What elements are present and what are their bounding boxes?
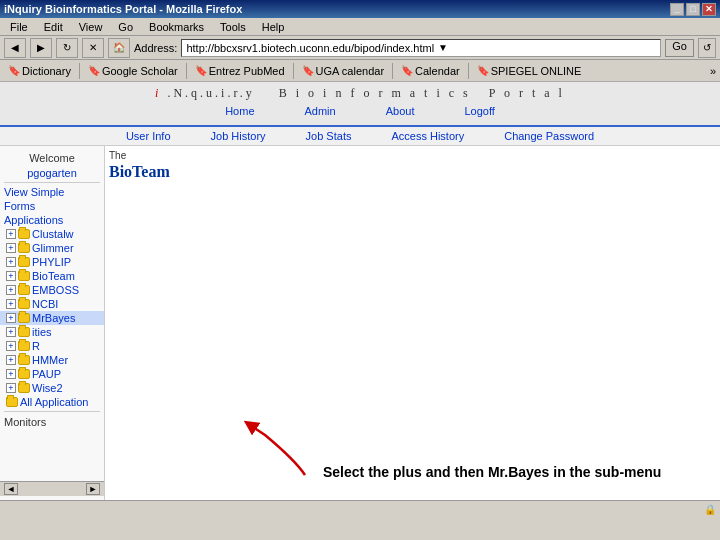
sidebar-label-ncbi: NCBI bbox=[32, 298, 58, 310]
plus-icon-mrbayes[interactable]: + bbox=[6, 313, 16, 323]
plus-icon-wise2[interactable]: + bbox=[6, 383, 16, 393]
folder-icon-r bbox=[18, 340, 30, 352]
sidebar-label-all-application: All Application bbox=[20, 396, 89, 408]
plus-icon-ncbi[interactable]: + bbox=[6, 299, 16, 309]
refresh-icon[interactable]: ↺ bbox=[698, 38, 716, 58]
close-button[interactable]: ✕ bbox=[702, 3, 716, 16]
sidebar-item-paup[interactable]: + PAUP bbox=[0, 367, 104, 381]
reload-button[interactable]: ↻ bbox=[56, 38, 78, 58]
window-title: iNquiry Bioinformatics Portal - Mozilla … bbox=[4, 3, 242, 15]
sidebar-item-all-application[interactable]: All Application bbox=[0, 395, 104, 409]
sidebar-scroll-area[interactable]: Welcome pgogarten View Simple Forms Appl… bbox=[0, 150, 104, 481]
bookmark-spiegel[interactable]: 🔖 SPIEGEL ONLINE bbox=[473, 64, 586, 78]
sidebar-item-ncbi[interactable]: + NCBI bbox=[0, 297, 104, 311]
bookmark-uga[interactable]: 🔖 UGA calendar bbox=[298, 64, 388, 78]
separator4 bbox=[392, 63, 393, 79]
status-bar: 🔒 bbox=[0, 500, 720, 518]
sidebar-item-r[interactable]: + R bbox=[0, 339, 104, 353]
bookmark-entrez[interactable]: 🔖 Entrez PubMed bbox=[191, 64, 289, 78]
window-controls: _ □ ✕ bbox=[670, 3, 716, 16]
inquiry-i: i bbox=[155, 86, 161, 100]
menu-go[interactable]: Go bbox=[112, 20, 139, 34]
sidebar-item-wise2[interactable]: + Wise2 bbox=[0, 381, 104, 395]
sidebar-scroll-right[interactable]: ► bbox=[86, 483, 100, 495]
bookmark-dictionary[interactable]: 🔖 Dictionary bbox=[4, 64, 75, 78]
menu-bookmarks[interactable]: Bookmarks bbox=[143, 20, 210, 34]
sidebar-item-mrbayes[interactable]: + MrBayes bbox=[0, 311, 104, 325]
plus-icon-paup[interactable]: + bbox=[6, 369, 16, 379]
bookmark-google-scholar[interactable]: 🔖 Google Scholar bbox=[84, 64, 182, 78]
go-button[interactable]: Go bbox=[665, 39, 694, 57]
page-content: The BioTeam Select the plus and then Mr.… bbox=[105, 146, 720, 500]
sidebar-monitors[interactable]: Monitors bbox=[0, 414, 104, 430]
sidebar-forms[interactable]: Forms bbox=[0, 199, 104, 213]
sidebar-item-ities[interactable]: + ities bbox=[0, 325, 104, 339]
menu-file[interactable]: File bbox=[4, 20, 34, 34]
address-label: Address: bbox=[134, 42, 177, 54]
plus-icon-glimmer[interactable]: + bbox=[6, 243, 16, 253]
forward-button[interactable]: ▶ bbox=[30, 38, 52, 58]
separator2 bbox=[186, 63, 187, 79]
plus-icon-clustalw[interactable]: + bbox=[6, 229, 16, 239]
maximize-button[interactable]: □ bbox=[686, 3, 700, 16]
inquiry-header: i .N.q.u.i.r.y B i o i n f o r m a t i c… bbox=[0, 82, 720, 127]
url-dropdown-icon[interactable]: ▼ bbox=[438, 42, 448, 53]
stop-button[interactable]: ✕ bbox=[82, 38, 104, 58]
sidebar-applications[interactable]: Applications bbox=[0, 213, 104, 227]
nav-about[interactable]: About bbox=[386, 105, 415, 117]
status-icons: 🔒 bbox=[704, 504, 716, 515]
plus-icon-phylip[interactable]: + bbox=[6, 257, 16, 267]
sec-nav-job-history[interactable]: Job History bbox=[211, 130, 266, 142]
plus-icon-r[interactable]: + bbox=[6, 341, 16, 351]
nav-logoff[interactable]: Logoff bbox=[464, 105, 494, 117]
bioteam-logo: The BioTeam bbox=[109, 150, 170, 181]
minimize-button[interactable]: _ bbox=[670, 3, 684, 16]
sidebar-item-hmmer[interactable]: + HMMer bbox=[0, 353, 104, 367]
plus-icon-emboss[interactable]: + bbox=[6, 285, 16, 295]
sidebar-item-glimmer[interactable]: + Glimmer bbox=[0, 241, 104, 255]
sidebar-item-emboss[interactable]: + EMBOSS bbox=[0, 283, 104, 297]
sec-nav-change-password[interactable]: Change Password bbox=[504, 130, 594, 142]
folder-icon-glimmer bbox=[18, 242, 30, 254]
folder-icon-emboss bbox=[18, 284, 30, 296]
bookmark-icon-entrez: 🔖 bbox=[195, 65, 207, 76]
back-button[interactable]: ◀ bbox=[4, 38, 26, 58]
sidebar-item-clustalw[interactable]: + Clustalw bbox=[0, 227, 104, 241]
sidebar-view-simple[interactable]: View Simple bbox=[0, 185, 104, 199]
plus-icon-hmmer[interactable]: + bbox=[6, 355, 16, 365]
separator bbox=[79, 63, 80, 79]
annotation-arrow bbox=[235, 420, 315, 480]
menu-view[interactable]: View bbox=[73, 20, 109, 34]
sidebar-label-mrbayes: MrBayes bbox=[32, 312, 75, 324]
sec-nav-access-history[interactable]: Access History bbox=[391, 130, 464, 142]
separator5 bbox=[468, 63, 469, 79]
sidebar-item-bioteam[interactable]: + BioTeam bbox=[0, 269, 104, 283]
home-button[interactable]: 🏠 bbox=[108, 38, 130, 58]
address-bar[interactable]: http://bbcxsrv1.biotech.uconn.edu/bipod/… bbox=[181, 39, 661, 57]
sidebar-label-ities: ities bbox=[32, 326, 52, 338]
bookmarks-bar: 🔖 Dictionary 🔖 Google Scholar 🔖 Entrez P… bbox=[0, 60, 720, 82]
bookmarks-more-button[interactable]: » bbox=[710, 65, 716, 77]
sidebar-user[interactable]: pgogarten bbox=[0, 166, 104, 180]
nav-home[interactable]: Home bbox=[225, 105, 254, 117]
main-content: Welcome pgogarten View Simple Forms Appl… bbox=[0, 146, 720, 500]
menu-help[interactable]: Help bbox=[256, 20, 291, 34]
sidebar-item-phylip[interactable]: + PHYLIP bbox=[0, 255, 104, 269]
folder-icon-paup bbox=[18, 368, 30, 380]
annotation-text: Select the plus and then Mr.Bayes in the… bbox=[323, 464, 661, 480]
sidebar-label-wise2: Wise2 bbox=[32, 382, 63, 394]
sec-nav-job-stats[interactable]: Job Stats bbox=[306, 130, 352, 142]
menu-tools[interactable]: Tools bbox=[214, 20, 252, 34]
annotation: Select the plus and then Mr.Bayes in the… bbox=[235, 420, 661, 480]
folder-icon-clustalw bbox=[18, 228, 30, 240]
sidebar-label-phylip: PHYLIP bbox=[32, 256, 71, 268]
sidebar-scroll-left[interactable]: ◄ bbox=[4, 483, 18, 495]
menu-edit[interactable]: Edit bbox=[38, 20, 69, 34]
plus-icon-bioteam[interactable]: + bbox=[6, 271, 16, 281]
bio-team-text: BioTeam bbox=[109, 162, 170, 181]
plus-icon-ities[interactable]: + bbox=[6, 327, 16, 337]
nav-admin[interactable]: Admin bbox=[305, 105, 336, 117]
bookmark-calendar[interactable]: 🔖 Calendar bbox=[397, 64, 464, 78]
sec-nav-user-info[interactable]: User Info bbox=[126, 130, 171, 142]
toolbar: ◀ ▶ ↻ ✕ 🏠 Address: http://bbcxsrv1.biote… bbox=[0, 36, 720, 60]
